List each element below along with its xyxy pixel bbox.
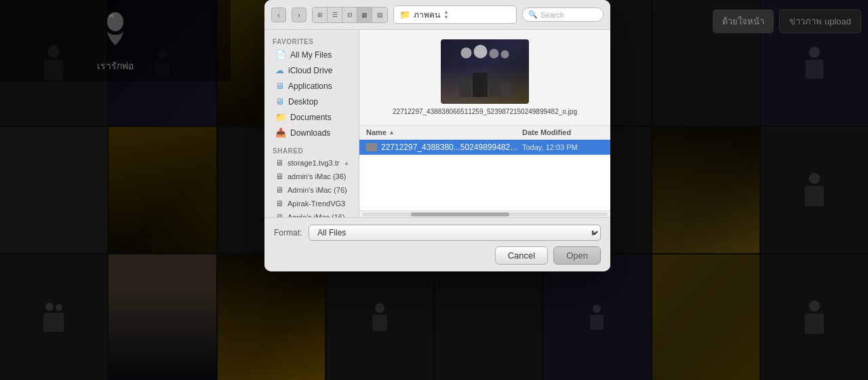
sidebar-item-apples-imac[interactable]: 🖥 Apple's iMac (16) — [267, 210, 356, 217]
sidebar-item-apirak[interactable]: 🖥 Apirak-TrendVG3 — [267, 197, 356, 210]
sidebar-item-icloud-drive[interactable]: ☁ iCloud Drive — [267, 62, 356, 78]
view-mode-buttons: ⊞ ☰ ⊟ ▦ ▤ — [312, 7, 388, 23]
sidebar-item-storage1[interactable]: 🖥 storage1.tvg3.tr ▲ — [267, 156, 356, 170]
view-column-button[interactable]: ⊟ — [342, 7, 357, 22]
location-text: ภาพคน — [414, 8, 440, 21]
folder-icon: 📁 — [399, 10, 410, 20]
file-dialog: ‹ › ⊞ ☰ ⊟ ▦ ▤ 📁 ภาพคน ▲ ▼ 🔍 Search — [264, 0, 610, 271]
scroll-thumb — [411, 212, 509, 216]
format-row: Format: All Files JPEG PNG TIFF GIF ⬇ — [274, 225, 601, 241]
dialog-main: 22712297_438838066511259_523987215024989… — [359, 30, 610, 217]
file-preview: 22712297_438838066511259_523987215024989… — [359, 30, 610, 126]
file-date: Today, 12:03 PM — [522, 143, 604, 151]
sidebar-item-admins-imac-36[interactable]: 🖥 admin's iMac (36) — [267, 170, 356, 183]
sidebar-item-label: Downloads — [290, 128, 330, 138]
dialog-toolbar: ‹ › ⊞ ☰ ⊟ ▦ ▤ 📁 ภาพคน ▲ ▼ 🔍 Search — [264, 0, 610, 30]
dialog-sidebar: Favorites 📄 All My Files ☁ iCloud Drive … — [264, 30, 359, 217]
sidebar-item-label: iCloud Drive — [288, 66, 332, 75]
applications-icon: 🖥 — [275, 81, 284, 91]
sidebar-item-label: Desktop — [288, 97, 318, 107]
location-chevrons: ▲ ▼ — [443, 10, 449, 20]
shared-label: Shared — [264, 145, 359, 156]
file-icon — [366, 143, 377, 151]
view-icon-button[interactable]: ⊞ — [313, 7, 328, 22]
sidebar-item-desktop[interactable]: 🖥 Desktop — [267, 94, 356, 109]
view-cover-button[interactable]: ▦ — [357, 7, 372, 22]
cancel-button[interactable]: Cancel — [495, 246, 548, 265]
dialog-bottom: Format: All Files JPEG PNG TIFF GIF ⬇ Ca… — [264, 217, 610, 271]
modal-overlay: ‹ › ⊞ ☰ ⊟ ▦ ▤ 📁 ภาพคน ▲ ▼ 🔍 Search — [0, 0, 868, 380]
sidebar-item-admins-imac-76[interactable]: 🖥 Admin's iMac (76) — [267, 183, 356, 197]
forward-button[interactable]: › — [292, 7, 307, 22]
file-list-header: Name ▲ Date Modified — [359, 126, 610, 140]
icloud-icon: ☁ — [275, 65, 284, 75]
preview-filename: 22712297_438838066511259_523987215024989… — [393, 108, 577, 115]
favorites-label: Favorites — [264, 35, 359, 47]
view-list-button[interactable]: ☰ — [328, 7, 342, 22]
action-row: Cancel Open — [274, 246, 601, 265]
computer-icon: 🖥 — [275, 199, 283, 208]
computer-icon: 🖥 — [275, 185, 283, 195]
location-bar[interactable]: 📁 ภาพคน ▲ ▼ — [393, 5, 517, 24]
sidebar-item-label: storage1.tvg3.tr — [288, 159, 339, 167]
scroll-area[interactable] — [359, 210, 610, 217]
computer-icon: 🖥 — [275, 212, 283, 217]
documents-icon: 📁 — [275, 112, 286, 122]
col-date-header[interactable]: Date Modified — [522, 128, 604, 136]
preview-thumbnail — [441, 39, 529, 104]
desktop-icon: 🖥 — [275, 96, 284, 107]
format-select[interactable]: All Files JPEG PNG TIFF GIF — [309, 225, 601, 241]
dialog-body: Favorites 📄 All My Files ☁ iCloud Drive … — [264, 30, 610, 217]
computer-icon: 🖥 — [275, 158, 283, 168]
sidebar-item-documents[interactable]: 📁 Documents — [267, 109, 356, 125]
expand-icon: ▲ — [343, 159, 349, 166]
sidebar-item-all-my-files[interactable]: 📄 All My Files — [267, 47, 356, 62]
downloads-icon: 📥 — [275, 128, 286, 138]
all-files-icon: 📄 — [275, 50, 286, 60]
sidebar-item-applications[interactable]: 🖥 Applications — [267, 78, 356, 94]
search-placeholder: Search — [540, 11, 564, 19]
file-row[interactable]: 22712297_4388380...50249899482_o.jpg Tod… — [359, 140, 610, 155]
col-name-header[interactable]: Name ▲ — [366, 128, 522, 136]
sidebar-item-label: All My Files — [290, 50, 332, 60]
file-name: 22712297_4388380...50249899482_o.jpg — [381, 142, 522, 152]
file-list: 22712297_4388380...50249899482_o.jpg Tod… — [359, 140, 610, 210]
computer-icon: 🖥 — [275, 172, 283, 181]
sidebar-item-label: Applications — [288, 81, 332, 91]
search-bar[interactable]: 🔍 Search — [522, 7, 604, 22]
sidebar-item-label: Apirak-TrendVG3 — [288, 200, 345, 208]
format-select-wrapper: All Files JPEG PNG TIFF GIF ⬇ — [309, 225, 601, 241]
sidebar-item-label: admin's iMac (36) — [288, 172, 346, 180]
sidebar-item-downloads[interactable]: 📥 Downloads — [267, 125, 356, 140]
col-name-label: Name — [366, 128, 387, 136]
sidebar-item-label: Admin's iMac (76) — [288, 186, 347, 194]
sort-arrow: ▲ — [389, 129, 395, 136]
back-button[interactable]: ‹ — [271, 7, 286, 22]
open-button[interactable]: Open — [553, 246, 601, 265]
sidebar-item-label: Documents — [290, 113, 332, 122]
scroll-track — [362, 212, 608, 216]
format-label: Format: — [274, 228, 302, 238]
view-share-button[interactable]: ▤ — [372, 7, 387, 22]
search-icon: 🔍 — [528, 10, 538, 19]
